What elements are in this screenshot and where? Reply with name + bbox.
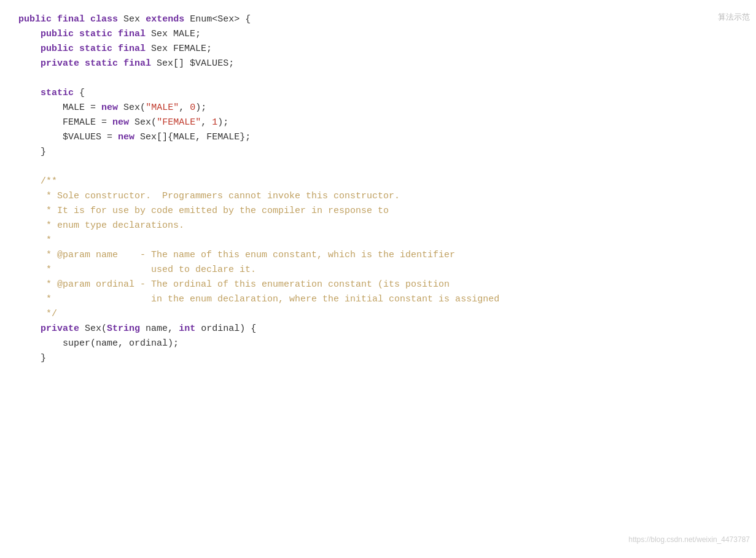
code-line-1: public final class Sex extends Enum<Sex>… [18,12,738,27]
code-line-18: * used to declare it. [18,263,738,277]
code-line-24: } [18,351,738,366]
code-line-19: * @param ordinal - The ordinal of this e… [18,277,738,292]
code-line-2: public static final Sex MALE; [18,27,738,42]
code-line-21: */ [18,307,738,322]
code-line-23: super(name, ordinal); [18,336,738,351]
code-line-20: * in the enum declaration, where the ini… [18,292,738,307]
code-line-22: private Sex(String name, int ordinal) { [18,322,738,336]
code-line-17: * @param name - The name of this enum co… [18,248,738,263]
watermark-bottom: https://blog.csdn.net/weixin_4473787 [629,534,750,546]
code-line-12: /** [18,174,738,189]
code-line-8: FEMALE = new Sex("FEMALE", 1); [18,115,738,130]
code-line-7: MALE = new Sex("MALE", 0); [18,101,738,115]
code-line-9: $VALUES = new Sex[]{MALE, FEMALE}; [18,130,738,145]
code-line-13: * Sole constructor. Programmers cannot i… [18,189,738,204]
code-line-5 [18,71,738,86]
code-line-15: * enum type declarations. [18,219,738,233]
code-line-4: private static final Sex[] $VALUES; [18,56,738,71]
watermark-top: 算法示范 [718,11,750,24]
code-line-6: static { [18,86,738,101]
code-line-11 [18,160,738,174]
code-line-10: } [18,145,738,160]
code-container: 算法示范 public final class Sex extends Enum… [0,0,756,558]
code-line-16: * [18,233,738,248]
code-block: public final class Sex extends Enum<Sex>… [18,12,738,366]
code-line-3: public static final Sex FEMALE; [18,42,738,56]
code-line-14: * It is for use by code emitted by the c… [18,204,738,219]
